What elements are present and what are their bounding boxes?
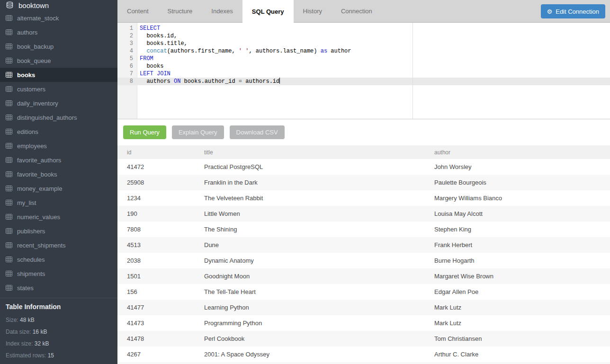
column-header-id[interactable]: id xyxy=(117,145,195,159)
table-row[interactable]: 25908 Franklin in the Dark Paulette Bour… xyxy=(117,175,610,190)
table-icon xyxy=(6,228,12,234)
sidebar-table-item[interactable]: schedules xyxy=(0,252,117,266)
tab-label: Indexes xyxy=(211,8,233,15)
table-row[interactable]: 7808 The Shining Stephen King xyxy=(117,222,610,237)
code-line[interactable]: 7LEFT JOIN xyxy=(117,70,610,78)
cell-title: 2001: A Space Odyssey xyxy=(195,346,425,362)
sidebar-table-item[interactable]: book_queue xyxy=(0,53,117,68)
table-row[interactable]: 4267 2001: A Space Odyssey Arthur C. Cla… xyxy=(117,346,610,362)
table-name-label: shipments xyxy=(17,270,45,277)
cell-id: 1501 xyxy=(117,268,195,284)
table-icon xyxy=(6,44,12,49)
code-line[interactable]: 3 books.title, xyxy=(117,40,610,47)
table-row[interactable]: 41473 Programming Python Mark Lutz xyxy=(117,315,610,331)
cell-title: Programming Python xyxy=(195,315,425,331)
code-line[interactable]: 4 concat(authors.first_name, ' ', author… xyxy=(117,47,610,55)
table-name-label: book_backup xyxy=(17,43,54,50)
tab[interactable]: Indexes xyxy=(202,0,242,22)
sidebar-table-item[interactable]: books xyxy=(0,68,117,82)
sql-editor[interactable]: 1SELECT2 books.id,3 books.title,4 concat… xyxy=(117,23,610,119)
code-line[interactable]: 1SELECT xyxy=(117,25,610,32)
code-line[interactable]: 2 books.id, xyxy=(117,32,610,40)
table-row[interactable]: 1234 The Velveteen Rabbit Margery Willia… xyxy=(117,190,610,206)
cell-title: Little Women xyxy=(195,206,425,222)
table-icon xyxy=(6,15,12,21)
tab-label: Connection xyxy=(341,8,372,15)
cell-author: Edgar Allen Poe xyxy=(425,284,610,300)
tab[interactable]: Connection xyxy=(332,0,382,22)
sidebar-table-item[interactable]: book_backup xyxy=(0,39,117,53)
sidebar-table-item[interactable]: publishers xyxy=(0,224,117,238)
cell-id: 41472 xyxy=(117,159,195,175)
edit-connection-button[interactable]: ⚙ Edit Connection xyxy=(541,4,605,18)
info-value: 48 kB xyxy=(18,317,35,323)
tab-bar: Content Structure Indexes SQL Query Hist… xyxy=(117,0,610,23)
sidebar-table-item[interactable]: alternate_stock xyxy=(0,11,117,25)
column-header-title[interactable]: title xyxy=(195,145,425,159)
table-name-label: my_list xyxy=(17,199,36,206)
sidebar-table-item[interactable]: authors xyxy=(0,25,117,39)
table-row[interactable]: 156 The Tell-Tale Heart Edgar Allen Poe xyxy=(117,284,610,300)
tab-label: Content xyxy=(127,8,149,15)
sidebar-table-item[interactable]: my_list xyxy=(0,195,117,210)
table-icon xyxy=(6,129,12,134)
cell-title: Dune xyxy=(195,237,425,253)
sidebar-table-item[interactable]: states xyxy=(0,281,117,295)
sidebar-table-item[interactable]: recent_shipments xyxy=(0,238,117,252)
cell-id: 41478 xyxy=(117,331,195,346)
table-icon xyxy=(6,143,12,149)
explain-query-button[interactable]: Explain Query xyxy=(172,125,224,139)
run-query-button[interactable]: Run Query xyxy=(123,125,166,139)
tab[interactable]: Structure xyxy=(158,0,202,22)
sidebar-table-item[interactable]: favorite_authors xyxy=(0,153,117,167)
table-name-label: daily_inventory xyxy=(17,100,58,107)
sidebar-table-item[interactable]: distinguished_authors xyxy=(0,110,117,124)
table-row[interactable]: 41477 Learning Python Mark Lutz xyxy=(117,300,610,315)
code-line[interactable]: 5FROM xyxy=(117,55,610,62)
table-name-label: favorite_authors xyxy=(17,157,61,164)
table-icon xyxy=(6,214,12,220)
cell-author: Frank Herbert xyxy=(425,237,610,253)
table-row[interactable]: 41472 Practical PostgreSQL John Worsley xyxy=(117,159,610,175)
sidebar: booktown alternate_stock xyxy=(0,0,117,364)
database-header[interactable]: booktown xyxy=(0,0,117,11)
edit-connection-label: Edit Connection xyxy=(556,8,599,15)
table-row[interactable]: 4513 Dune Frank Herbert xyxy=(117,237,610,253)
cell-title: The Shining xyxy=(195,222,425,237)
sidebar-table-item[interactable]: employees xyxy=(0,139,117,153)
table-icon xyxy=(6,58,12,63)
sidebar-table-item[interactable]: customers xyxy=(0,82,117,96)
code-line[interactable]: 8 authors ON books.author_id = authors.i… xyxy=(117,78,610,85)
sidebar-table-item[interactable]: daily_inventory xyxy=(0,96,117,110)
table-row[interactable]: 1501 Goodnight Moon Margaret Wise Brown xyxy=(117,268,610,284)
cell-title: Dynamic Anatomy xyxy=(195,253,425,268)
tab[interactable]: SQL Query xyxy=(242,0,294,23)
code-line[interactable]: 6 books xyxy=(117,62,610,70)
table-row[interactable]: 41478 Perl Cookbook Tom Christiansen xyxy=(117,331,610,346)
sidebar-table-item[interactable]: numeric_values xyxy=(0,210,117,224)
table-row[interactable]: 190 Little Women Louisa May Alcott xyxy=(117,206,610,222)
column-header-author[interactable]: author xyxy=(425,145,610,159)
gear-icon: ⚙ xyxy=(547,9,553,15)
table-name-label: authors xyxy=(17,29,37,36)
tab[interactable]: History xyxy=(294,0,332,22)
results-area[interactable]: id title author 41472 Practical PostgreS… xyxy=(117,145,610,364)
info-value: 15 xyxy=(46,352,54,359)
download-csv-button[interactable]: Download CSV xyxy=(230,125,285,139)
results-header-row: id title author xyxy=(117,145,610,159)
tab[interactable]: Content xyxy=(117,0,158,22)
sidebar-table-item[interactable]: favorite_books xyxy=(0,167,117,181)
table-row[interactable]: 2038 Dynamic Anatomy Burne Hogarth xyxy=(117,253,610,268)
table-name-label: states xyxy=(17,284,34,292)
sidebar-table-item[interactable]: editions xyxy=(0,124,117,139)
table-icon xyxy=(6,271,12,276)
sidebar-table-item[interactable]: money_example xyxy=(0,181,117,195)
cell-id: 2038 xyxy=(117,253,195,268)
table-name-label: alternate_stock xyxy=(17,15,59,22)
cell-title: Franklin in the Dark xyxy=(195,175,425,190)
info-label: Estimated rows: xyxy=(6,352,46,359)
sidebar-table-item[interactable]: shipments xyxy=(0,266,117,281)
cell-author: Margaret Wise Brown xyxy=(425,268,610,284)
table-name-label: money_example xyxy=(17,185,62,192)
database-icon xyxy=(6,1,14,9)
